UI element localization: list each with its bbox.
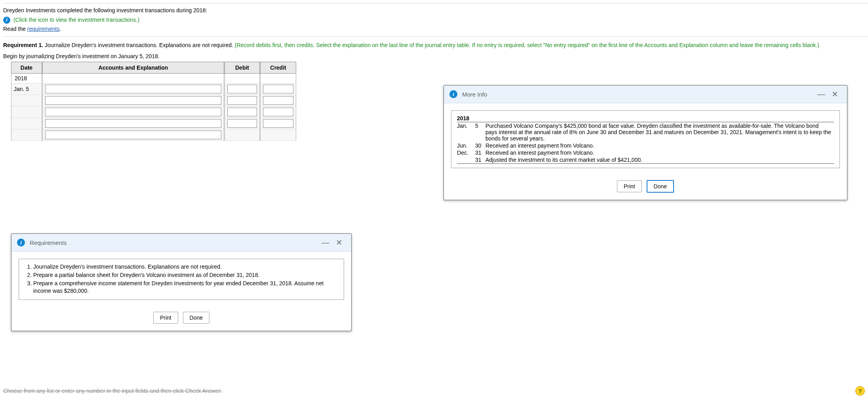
minimize-icon[interactable]: —	[814, 90, 828, 99]
close-icon[interactable]: ✕	[333, 238, 346, 247]
debit-input[interactable]	[227, 119, 257, 128]
print-button[interactable]: Print	[617, 180, 642, 192]
info-icon: i	[17, 239, 25, 246]
debit-input[interactable]	[227, 108, 257, 116]
journal-year: 2018	[11, 74, 43, 83]
table-row	[11, 95, 296, 106]
info-icon[interactable]: i	[3, 17, 10, 24]
debit-input[interactable]	[227, 85, 257, 93]
col-accounts: Accounts and Explanation	[43, 62, 225, 74]
footer-hint: Choose from any list or enter any number…	[3, 388, 855, 394]
requirements-list: Journalize Dreyden's investment transact…	[25, 263, 338, 295]
begin-instruction: Begin by journalizing Dreyden's investme…	[3, 53, 868, 59]
table-row: Jan.5Purchased Volcano Company's $425,00…	[457, 122, 834, 142]
close-icon[interactable]: ✕	[828, 89, 841, 99]
debit-input[interactable]	[227, 96, 257, 105]
table-row: Jan. 5	[11, 83, 296, 95]
credit-input[interactable]	[263, 85, 293, 93]
table-row	[11, 118, 296, 129]
more-info-title: More Info	[462, 91, 487, 98]
list-item: Journalize Dreyden's investment transact…	[33, 263, 338, 271]
table-row: Dec.31Received an interest payment from …	[457, 149, 834, 156]
click-hint: (Click the icon to view the investment t…	[13, 17, 139, 23]
print-button[interactable]: Print	[153, 312, 178, 324]
requirements-popup: i Requirements — ✕ Journalize Dreyden's …	[11, 233, 352, 331]
account-input[interactable]	[45, 96, 221, 105]
journal-entry-table: Date Accounts and Explanation Debit Cred…	[11, 62, 296, 141]
requirement-1: Requirement 1. Journalize Dreyden's inve…	[3, 42, 865, 49]
more-info-year: 2018	[457, 115, 834, 122]
more-info-table: 2018 Jan.5Purchased Volcano Company's $4…	[457, 115, 834, 164]
table-row	[11, 106, 296, 118]
col-date: Date	[11, 62, 43, 74]
credit-input[interactable]	[263, 96, 293, 105]
requirement-1-label: Requirement 1.	[3, 42, 43, 48]
requirements-title: Requirements	[30, 239, 67, 246]
done-button[interactable]: Done	[647, 180, 674, 193]
read-prefix: Read the	[3, 26, 27, 32]
requirements-link[interactable]: requirements	[27, 26, 60, 32]
help-icon[interactable]: ?	[855, 386, 865, 396]
account-input[interactable]	[45, 108, 221, 116]
table-row	[11, 129, 296, 141]
account-input[interactable]	[45, 119, 221, 128]
credit-input[interactable]	[263, 108, 293, 116]
account-input[interactable]	[45, 85, 221, 93]
more-info-popup: i More Info — ✕ 2018 Jan.5Purchased Volc…	[444, 85, 847, 200]
table-row: Jun.30Received an interest payment from …	[457, 142, 834, 149]
credit-input[interactable]	[263, 119, 293, 128]
intro-text: Dreyden Investments completed the follow…	[3, 7, 868, 15]
requirement-1-text: Journalize Dreyden's investment transact…	[43, 42, 235, 48]
col-debit: Debit	[225, 62, 261, 74]
list-item: Prepare a comprehensive income statement…	[33, 280, 338, 295]
list-item: Prepare a partial balance sheet for Drey…	[33, 271, 338, 279]
done-button[interactable]: Done	[183, 312, 209, 324]
minimize-icon[interactable]: —	[318, 238, 333, 247]
journal-date-jan5: Jan. 5	[11, 83, 43, 95]
col-credit: Credit	[261, 62, 296, 74]
account-input[interactable]	[45, 131, 221, 139]
info-icon: i	[449, 90, 457, 98]
table-row: 31Adjusted the investment to its current…	[457, 156, 834, 164]
read-suffix: .	[59, 26, 61, 32]
requirement-1-hint: (Record debits first, then credits. Sele…	[235, 42, 819, 48]
